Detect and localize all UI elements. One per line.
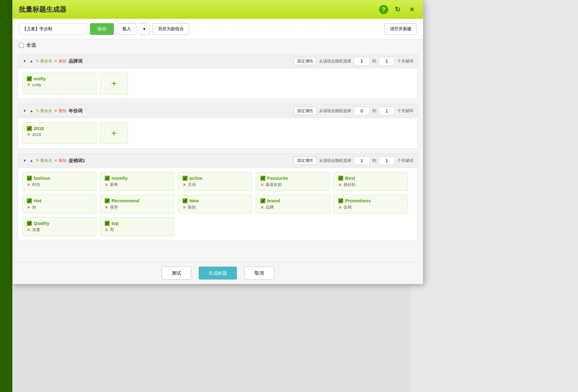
- kw-checkbox[interactable]: [260, 198, 265, 203]
- list-item: Best ✕ 最好的: [334, 172, 408, 191]
- delete-brand-icon[interactable]: ✕ 删除: [54, 58, 67, 64]
- kw-checkbox[interactable]: [27, 198, 32, 203]
- list-item: Promotions ✕ 促销: [334, 195, 408, 213]
- collapse-brand-button[interactable]: ▼: [22, 58, 27, 64]
- kw-remove-icon[interactable]: ✕: [260, 205, 264, 210]
- kw-sub-text: 时尚: [32, 182, 40, 188]
- content-area[interactable]: ▼ ▲ ✎ 重命名 ✕ 删除 品牌词 固定属性 从该组合随机选择 到 个关键词: [13, 51, 423, 262]
- edit-year-icon[interactable]: ✎ 重命名: [36, 108, 53, 114]
- kw-checkbox[interactable]: [27, 126, 32, 131]
- kw-checkbox[interactable]: [338, 176, 343, 181]
- kw-checkbox[interactable]: [338, 198, 343, 203]
- name-input[interactable]: [19, 23, 87, 35]
- kw-main-text: Hot: [34, 198, 41, 203]
- kw-top: Best: [338, 175, 403, 181]
- range-from-label-brand: 从该组合随机选择: [319, 58, 351, 64]
- kw-remove-icon[interactable]: ✕: [27, 183, 30, 187]
- add-year-card[interactable]: +: [100, 122, 128, 144]
- close-button[interactable]: ✕: [407, 5, 417, 15]
- kw-remove-icon[interactable]: ✕: [27, 228, 30, 232]
- kw-checkbox[interactable]: [260, 176, 265, 181]
- kw-main-text: brand: [267, 198, 280, 203]
- list-item: Hot ✕ 热: [22, 195, 96, 213]
- kw-checkbox[interactable]: [27, 221, 32, 226]
- range-from-year-input[interactable]: [354, 107, 370, 115]
- range-to-promo1-input[interactable]: [379, 156, 395, 165]
- kw-remove-icon[interactable]: ✕: [183, 205, 186, 210]
- generate-button[interactable]: 生成标题: [199, 267, 237, 280]
- year-section-name: 年份词: [69, 108, 82, 114]
- fixed-attr-promo1-button[interactable]: 固定属性: [294, 157, 317, 165]
- kw-remove-icon[interactable]: ✕: [27, 205, 30, 210]
- right-sidebar: [411, 0, 578, 392]
- clear-new-button[interactable]: 清空并新建: [385, 23, 417, 35]
- range-from-label-promo1: 从该组合随机选择: [319, 158, 351, 163]
- kw-remove-icon[interactable]: ✕: [338, 183, 342, 187]
- save-new-button[interactable]: 另存为新组合: [153, 23, 189, 35]
- left-sidebar: [0, 0, 12, 392]
- help-button[interactable]: ?: [379, 5, 388, 14]
- section-year-header-right: 固定属性 从该组合随机选择 到 个关键词: [294, 107, 413, 115]
- section-promo1-body: fashion ✕ 时尚 novelty ✕ 新奇 active ✕ 主动: [18, 168, 418, 240]
- kw-remove-icon[interactable]: ✕: [27, 132, 30, 137]
- kw-main-text: Best: [345, 175, 355, 181]
- kw-remove-icon[interactable]: ✕: [338, 205, 342, 210]
- kw-main-text: Promotions: [345, 198, 371, 203]
- section-year-header-left: ▼ ▲ ✎ 重命名 ✕ 删除 年份词: [22, 108, 291, 114]
- refresh-button[interactable]: ↻: [393, 5, 403, 15]
- kw-checkbox[interactable]: [27, 176, 32, 181]
- range-from-promo1-input[interactable]: [354, 156, 370, 165]
- kw-remove-icon[interactable]: ✕: [260, 183, 264, 187]
- list-item: Quality ✕ 质量: [22, 217, 96, 236]
- edit-promo1-icon[interactable]: ✎ 重命名: [36, 158, 53, 163]
- add-brand-card[interactable]: +: [100, 73, 128, 94]
- list-item: fashion ✕ 时尚: [22, 172, 96, 191]
- toolbar: 保存 载入 ▼ 另存为新组合 清空并新建: [13, 19, 423, 40]
- load-arrow-button[interactable]: ▼: [139, 23, 150, 35]
- kw-remove-icon[interactable]: ✕: [105, 205, 108, 210]
- kw-checkbox[interactable]: [27, 76, 32, 81]
- section-promo1-header-right: 固定属性 从该组合随机选择 到 个关键词: [294, 156, 413, 165]
- kw-top: 2018: [27, 126, 92, 131]
- fixed-attr-brand-button[interactable]: 固定属性: [294, 57, 317, 65]
- brand-section-name: 品牌词: [69, 58, 82, 64]
- fixed-attr-year-button[interactable]: 固定属性: [294, 107, 317, 115]
- select-all-bar: 全选: [13, 40, 423, 51]
- delete-promo1-icon[interactable]: ✕ 删除: [54, 158, 67, 163]
- test-button[interactable]: 测试: [162, 267, 191, 280]
- kw-sub-text: 2018: [32, 132, 41, 137]
- delete-year-icon[interactable]: ✕ 删除: [54, 108, 67, 114]
- kw-sub-text: 最喜欢的: [266, 182, 282, 188]
- kw-sub-row: ✕ 新的: [183, 204, 247, 210]
- kw-remove-icon[interactable]: ✕: [105, 183, 108, 187]
- expand-brand-button[interactable]: ▲: [29, 58, 34, 64]
- collapse-promo1-button[interactable]: ▼: [22, 158, 27, 163]
- kw-checkbox[interactable]: [105, 221, 110, 226]
- kw-checkbox[interactable]: [183, 198, 188, 203]
- expand-promo1-button[interactable]: ▲: [29, 158, 34, 163]
- kw-checkbox[interactable]: [183, 176, 188, 181]
- expand-year-button[interactable]: ▲: [29, 108, 34, 114]
- kw-sub-text: 而: [110, 227, 114, 233]
- select-all-checkbox[interactable]: [19, 43, 24, 48]
- kw-checkbox[interactable]: [105, 198, 110, 203]
- title-icons: ? ↻ ✕: [379, 5, 417, 15]
- range-to-year-input[interactable]: [379, 107, 395, 115]
- kw-main-text: Favourite: [267, 175, 288, 181]
- kw-main-text: nnilly: [34, 76, 46, 81]
- range-to-brand-input[interactable]: [379, 57, 395, 65]
- load-button[interactable]: 载入: [117, 23, 136, 35]
- kw-remove-icon[interactable]: ✕: [27, 82, 30, 87]
- save-button[interactable]: 保存: [90, 23, 114, 35]
- kw-remove-icon[interactable]: ✕: [183, 183, 186, 187]
- list-item: novelty ✕ 新奇: [100, 172, 174, 191]
- collapse-year-button[interactable]: ▼: [22, 108, 27, 114]
- select-all-label: 全选: [26, 42, 36, 48]
- kw-main-text: fashion: [34, 175, 50, 181]
- kw-checkbox[interactable]: [105, 176, 110, 181]
- range-from-brand-input[interactable]: [354, 57, 370, 65]
- cancel-button[interactable]: 取消: [244, 267, 274, 280]
- kw-remove-icon[interactable]: ✕: [105, 228, 108, 232]
- edit-brand-icon[interactable]: ✎ 重命名: [36, 58, 53, 64]
- kw-top: Recommend: [105, 198, 170, 203]
